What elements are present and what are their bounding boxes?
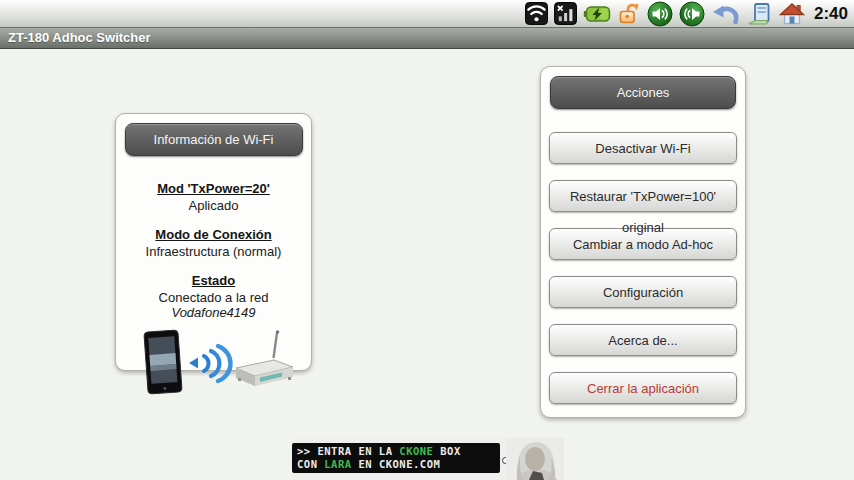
connection-illustration — [116, 327, 311, 403]
tasks-icon[interactable] — [746, 2, 773, 26]
close-app-button[interactable]: Cerrar la aplicación — [549, 372, 737, 404]
actions-card: Acciones Desactivar Wi-Fi Restaurar 'TxP… — [540, 66, 746, 418]
model-photo — [506, 438, 564, 480]
unlocked-icon — [617, 2, 641, 26]
connection-mode-value: Infraestructura (normal) — [116, 244, 311, 259]
adhoc-mode-button[interactable]: Cambiar a modo Ad-hoc — [549, 228, 737, 260]
tablet-icon — [143, 330, 181, 394]
title-bar: ZT-180 Adhoc Switcher — [0, 28, 854, 49]
router-icon — [236, 330, 293, 386]
volume-up-icon[interactable] — [679, 1, 705, 27]
status-section: Estado Conectado a la red Vodafone4149 — [116, 273, 311, 320]
back-icon[interactable] — [711, 2, 740, 26]
wifi-card-header: Información de Wi-Fi — [125, 123, 303, 156]
connection-mode-label: Modo de Conexión — [116, 227, 311, 242]
txpower-value: Aplicado — [116, 198, 311, 213]
window-title: ZT-180 Adhoc Switcher — [8, 30, 151, 45]
signal-off-icon — [554, 2, 577, 25]
wifi-signal-icon — [189, 346, 231, 381]
ad-line-1: >> ENTRA EN LA CKONE BOX — [297, 445, 500, 458]
connection-mode-section: Modo de Conexión Infraestructura (normal… — [116, 227, 311, 259]
ad-text-box: >> ENTRA EN LA CKONE BOX CON LARA EN CKO… — [292, 443, 500, 473]
status-bar: 2:40 — [0, 0, 854, 28]
settings-button[interactable]: Configuración — [549, 276, 737, 308]
disable-wifi-button[interactable]: Desactivar Wi-Fi — [549, 132, 737, 164]
status-time: 2:40 — [814, 4, 848, 24]
screen: 2:40 ZT-180 Adhoc Switcher Información d… — [0, 0, 854, 480]
txpower-section: Mod 'TxPower=20' Aplicado — [116, 181, 311, 213]
network-name: Vodafone4149 — [171, 305, 255, 320]
volume-down-icon[interactable] — [647, 1, 673, 27]
ad-banner[interactable]: >> ENTRA EN LA CKONE BOX CON LARA EN CKO… — [292, 438, 564, 480]
txpower-label: Mod 'TxPower=20' — [116, 181, 311, 196]
status-value: Conectado a la red Vodafone4149 — [116, 290, 311, 320]
wifi-adhoc-icon — [525, 2, 548, 25]
home-icon[interactable] — [779, 2, 805, 26]
about-button[interactable]: Acerca de... — [549, 324, 737, 356]
actions-card-header: Acciones — [550, 76, 736, 109]
ad-line-2: CON LARA EN CKONE.COM — [297, 458, 500, 471]
wifi-info-card: Información de Wi-Fi Mod 'TxPower=20' Ap… — [115, 113, 312, 371]
restore-txpower-button[interactable]: Restaurar 'TxPower=100' original — [549, 180, 737, 212]
battery-charging-icon — [583, 4, 611, 24]
status-label: Estado — [116, 273, 311, 288]
